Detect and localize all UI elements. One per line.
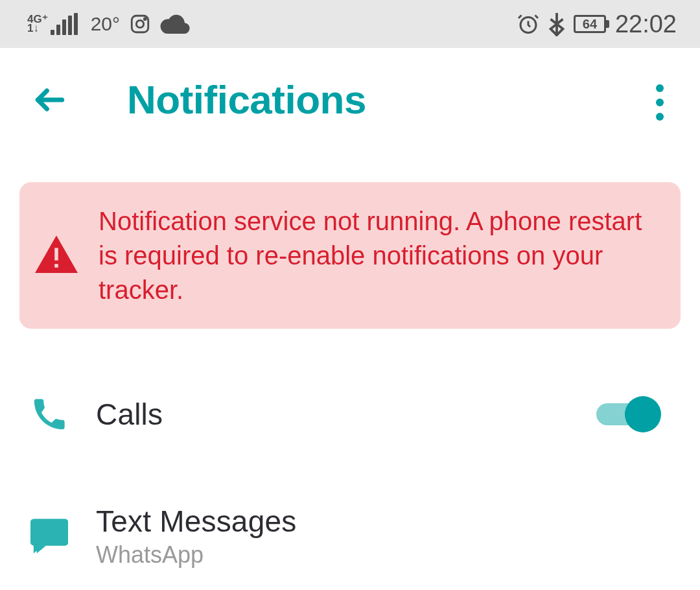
phone-icon	[29, 397, 70, 432]
status-bar: 4G⁺ 1↓ 20°	[0, 0, 700, 48]
svg-rect-6	[30, 519, 68, 546]
battery-level: 64	[583, 17, 597, 32]
overflow-menu-button[interactable]	[649, 78, 670, 127]
chat-icon	[29, 519, 70, 554]
settings-list: Calls Text Messages WhatsApp	[0, 375, 700, 587]
text-messages-label: Text Messages	[96, 504, 661, 539]
calls-label: Calls	[96, 397, 570, 432]
kebab-dot-icon	[656, 99, 664, 106]
svg-point-2	[144, 18, 146, 20]
alarm-icon	[517, 12, 540, 36]
svg-rect-4	[54, 248, 58, 261]
warning-message: Notification service not running. A phon…	[99, 204, 659, 307]
network-label-bottom: 1↓	[27, 24, 48, 33]
svg-point-1	[136, 20, 143, 27]
temperature-indicator: 20°	[91, 13, 120, 35]
battery-indicator: 64	[574, 15, 606, 33]
list-item-text-messages[interactable]: Text Messages WhatsApp	[0, 486, 700, 587]
text-messages-sub: WhatsApp	[96, 541, 661, 569]
svg-rect-5	[54, 264, 58, 268]
arrow-left-icon	[32, 82, 68, 118]
status-left: 4G⁺ 1↓ 20°	[27, 13, 190, 35]
back-button[interactable]	[27, 77, 73, 123]
warning-banner: Notification service not running. A phon…	[19, 182, 681, 329]
signal-bars-icon	[51, 13, 78, 35]
status-right: 64 22:02	[517, 10, 677, 38]
cloud-icon	[160, 14, 190, 34]
kebab-dot-icon	[656, 113, 664, 121]
clock: 22:02	[615, 10, 677, 38]
app-header: Notifications	[0, 48, 700, 123]
list-item-calls[interactable]: Calls	[0, 375, 700, 453]
kebab-dot-icon	[656, 84, 664, 92]
warning-icon	[35, 235, 78, 276]
calls-toggle[interactable]	[596, 396, 661, 432]
signal-indicator: 4G⁺ 1↓	[27, 13, 78, 35]
instagram-icon	[129, 13, 151, 35]
page-title: Notifications	[127, 77, 366, 123]
bluetooth-icon	[549, 12, 565, 36]
